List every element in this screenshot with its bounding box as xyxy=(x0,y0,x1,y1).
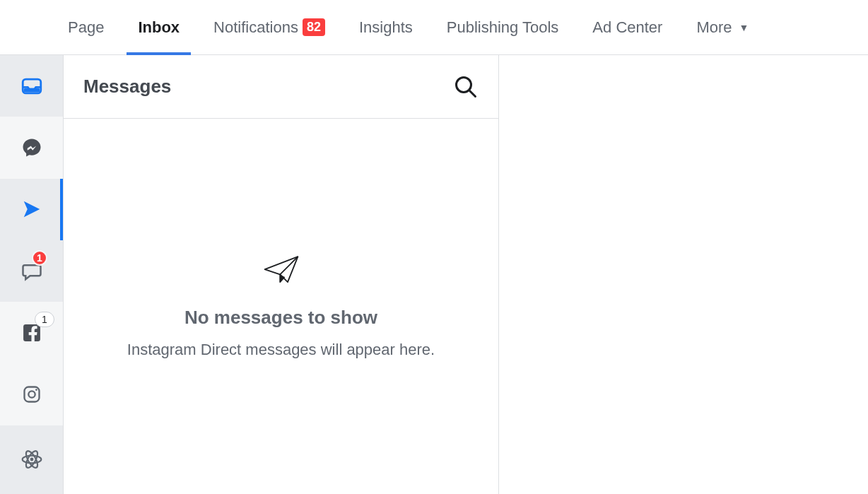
nav-more-label: More xyxy=(696,18,732,37)
main-area: 1 1 xyxy=(0,55,868,494)
empty-state: No messages to show Instagram Direct mes… xyxy=(64,119,498,494)
svg-point-4 xyxy=(28,392,35,398)
svg-point-5 xyxy=(35,389,37,391)
nav-ad-center[interactable]: Ad Center xyxy=(575,0,679,55)
comments-badge: 1 xyxy=(32,250,47,266)
empty-title: No messages to show xyxy=(184,307,377,329)
paper-plane-outline-icon xyxy=(262,253,300,287)
nav-insights[interactable]: Insights xyxy=(342,0,430,55)
facebook-icon xyxy=(23,324,41,342)
messages-title: Messages xyxy=(83,76,171,98)
nav-notifications-label: Notifications xyxy=(213,18,298,37)
search-icon[interactable] xyxy=(453,74,479,100)
left-sidebar: 1 1 xyxy=(0,55,64,494)
conversation-pane xyxy=(499,55,868,494)
nav-page[interactable]: Page xyxy=(51,0,121,55)
sidebar-item-comments[interactable]: 1 xyxy=(0,240,63,302)
instagram-icon xyxy=(22,384,42,404)
nav-inbox[interactable]: Inbox xyxy=(121,0,197,55)
sidebar-item-instagram[interactable] xyxy=(0,364,63,425)
atom-icon xyxy=(20,448,43,471)
empty-subtitle: Instagram Direct messages will appear he… xyxy=(127,339,435,361)
nav-notifications[interactable]: Notifications 82 xyxy=(197,0,342,55)
paper-plane-icon xyxy=(21,199,42,220)
nav-more[interactable]: More ▼ xyxy=(679,0,766,55)
sidebar-item-automation[interactable] xyxy=(0,425,63,494)
svg-rect-1 xyxy=(23,88,40,92)
facebook-badge: 1 xyxy=(35,312,54,327)
svg-line-11 xyxy=(469,90,475,96)
svg-point-9 xyxy=(30,458,33,461)
top-nav: Page Inbox Notifications 82 Insights Pub… xyxy=(0,0,868,55)
sidebar-item-instagram-direct[interactable] xyxy=(0,179,63,240)
messages-pane: Messages No messages to show Instagram D… xyxy=(64,55,499,494)
sidebar-item-all-messages[interactable] xyxy=(0,55,63,117)
notifications-badge: 82 xyxy=(303,18,325,37)
inbox-tray-icon xyxy=(20,74,44,98)
sidebar-item-messenger[interactable] xyxy=(0,117,63,178)
messenger-icon xyxy=(21,137,42,158)
messages-header: Messages xyxy=(64,55,498,119)
chevron-down-icon: ▼ xyxy=(739,22,749,33)
sidebar-item-facebook[interactable]: 1 xyxy=(0,302,63,363)
nav-publishing-tools[interactable]: Publishing Tools xyxy=(430,0,576,55)
